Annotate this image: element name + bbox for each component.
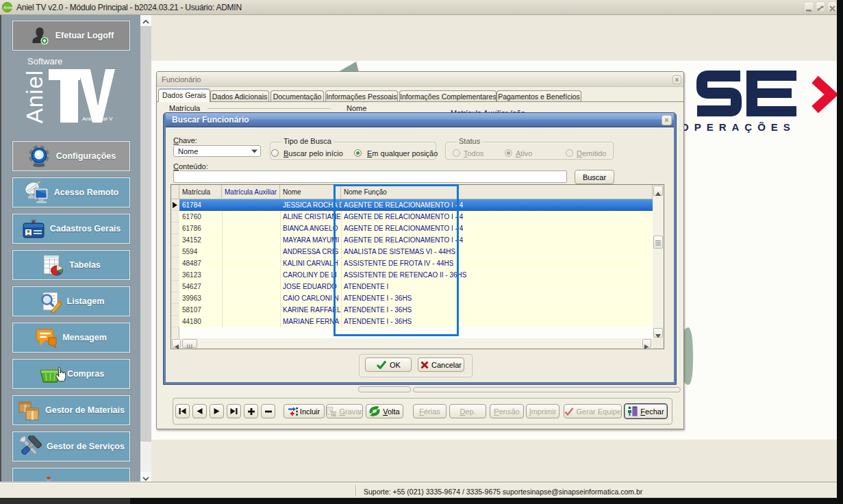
svg-text:OPERAÇÕES: OPERAÇÕES [681,121,796,133]
svg-text:Aniel: Aniel [3,5,12,10]
